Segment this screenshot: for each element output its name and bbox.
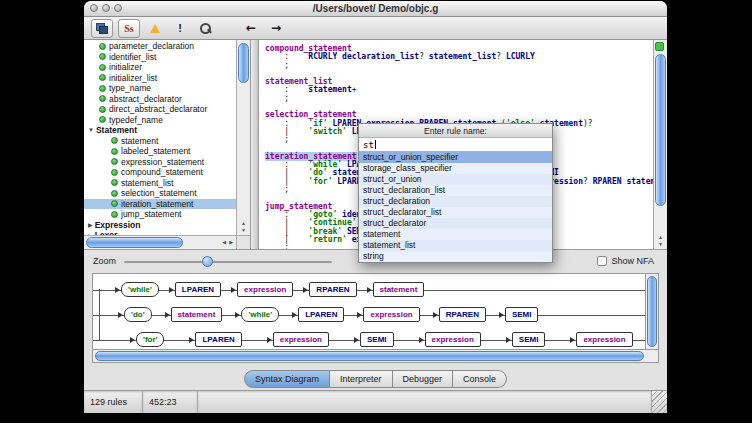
diagram-node[interactable]: RPAREN xyxy=(309,282,356,297)
arrow-connector-icon xyxy=(242,336,273,343)
scroll-thumb[interactable] xyxy=(86,237,183,248)
resize-grip-icon[interactable] xyxy=(652,391,667,413)
popup-list-item[interactable]: struct_or_union xyxy=(359,174,552,185)
popup-list-item[interactable]: struct_declaration xyxy=(359,196,552,207)
arrow-connector-icon xyxy=(394,336,425,343)
tree-item-label: initializer_list xyxy=(109,73,157,83)
popup-list-item[interactable]: storage_class_specifier xyxy=(359,163,552,174)
diagram-node[interactable]: expression xyxy=(363,307,419,322)
editor-vertical-scrollbar[interactable]: ▲ ▼ xyxy=(653,40,667,249)
popup-list-item[interactable]: string xyxy=(359,251,552,262)
diagram-node[interactable]: 'do' xyxy=(124,307,152,322)
zoom-slider[interactable] xyxy=(124,255,332,268)
tree-horizontal-scrollbar[interactable]: ◀ ▶ xyxy=(84,235,236,249)
tree-item-type_name[interactable]: type_name xyxy=(84,83,236,94)
slider-knob[interactable] xyxy=(202,256,213,267)
diagram-node[interactable]: SEMI xyxy=(505,307,539,322)
popup-list-item[interactable]: struct_or_union_specifier xyxy=(359,152,552,163)
popup-list-item[interactable]: struct_declarator xyxy=(359,218,552,229)
popup-list-item[interactable]: struct_declarator_list xyxy=(359,207,552,218)
tab-interpreter[interactable]: Interpreter xyxy=(330,370,393,388)
tree-item-label: initializer xyxy=(109,62,142,72)
back-button[interactable]: ← xyxy=(241,20,261,37)
diagram-horizontal-scrollbar[interactable] xyxy=(92,350,659,363)
rule-icon xyxy=(99,53,106,60)
popup-list-item[interactable]: statement xyxy=(359,229,552,240)
diagram-node[interactable]: statement xyxy=(171,307,223,322)
scroll-up-arrow-icon[interactable]: ▲ xyxy=(658,235,663,240)
diagram-node[interactable]: statement xyxy=(373,282,425,297)
console-view-button[interactable] xyxy=(91,19,113,38)
diagram-node[interactable]: LPAREN xyxy=(195,332,241,347)
diagram-node[interactable]: RPAREN xyxy=(439,307,486,322)
tree-item-initializer_list[interactable]: initializer_list xyxy=(84,73,236,84)
tree-item-statement[interactable]: statement xyxy=(84,136,236,147)
check-grammar-button[interactable] xyxy=(145,20,165,37)
diagram-node[interactable]: 'while' xyxy=(241,307,279,322)
minimize-button[interactable] xyxy=(102,4,110,12)
close-button[interactable] xyxy=(90,4,98,12)
triangle-closed-icon[interactable]: ▶ xyxy=(88,221,93,228)
diagram-vertical-scrollbar[interactable] xyxy=(646,273,659,350)
bottom-panel: Zoom Show NFA 'while'LPARENexpressionRPA… xyxy=(84,249,667,368)
tree-item-expression_statement[interactable]: expression_statement xyxy=(84,157,236,168)
tree-item-typedef_name[interactable]: typedef_name xyxy=(84,115,236,126)
panel-splitter[interactable] xyxy=(251,40,259,249)
tree-item-iteration_statement[interactable]: iteration_statement xyxy=(84,199,236,210)
diagram-node[interactable]: 'while' xyxy=(121,282,159,297)
tree-item-labeled_statement[interactable]: labeled_statement xyxy=(84,146,236,157)
debug-button[interactable]: ! xyxy=(170,20,190,37)
diagram-node[interactable]: expression xyxy=(576,332,632,347)
tree-item-abstract_declarator[interactable]: abstract_declarator xyxy=(84,94,236,105)
diagram-node[interactable]: 'for' xyxy=(136,332,164,347)
tree-item-initializer[interactable]: initializer xyxy=(84,62,236,73)
tree-item-compound_statement[interactable]: compound_statement xyxy=(84,167,236,178)
code-line: : statement+ xyxy=(265,86,653,94)
scroll-left-arrow-icon[interactable]: ◀ xyxy=(222,240,226,245)
scroll-thumb[interactable] xyxy=(238,43,249,83)
tree-item-label: compound_statement xyxy=(121,167,203,177)
tab-syntax-diagram[interactable]: Syntax Diagram xyxy=(244,370,330,388)
syntax-coloring-button[interactable]: Ss xyxy=(118,19,140,38)
tab-debugger[interactable]: Debugger xyxy=(393,370,454,388)
scroll-thumb[interactable] xyxy=(647,276,657,347)
show-nfa-checkbox[interactable] xyxy=(597,256,607,266)
tree-item-label: type_name xyxy=(109,83,151,93)
scroll-thumb[interactable] xyxy=(655,54,666,206)
rule-name-input[interactable]: st xyxy=(359,138,552,152)
title-bar[interactable]: /Users/bovet/ Demo/objc.g xyxy=(84,1,667,17)
tree-item-selection_statement[interactable]: selection_statement xyxy=(84,188,236,199)
scroll-thumb[interactable] xyxy=(95,351,644,361)
popup-list-item[interactable]: statement_list xyxy=(359,240,552,251)
diagram-node[interactable]: SEMI xyxy=(360,332,394,347)
diagram-node[interactable]: LPAREN xyxy=(298,307,344,322)
find-button[interactable] xyxy=(195,20,215,37)
tree-item-jump_statement[interactable]: jump_statement xyxy=(84,209,236,220)
tab-console[interactable]: Console xyxy=(453,370,507,388)
scroll-up-arrow-icon[interactable]: ▲ xyxy=(241,221,246,226)
diagram-node[interactable]: expression xyxy=(237,282,293,297)
tree-item-label: statement_list xyxy=(121,178,173,188)
rule-icon xyxy=(111,200,118,207)
diagram-node[interactable]: expression xyxy=(273,332,329,347)
diagram-node[interactable]: SEMI xyxy=(512,332,546,347)
popup-list-item[interactable]: struct_declaration_list xyxy=(359,185,552,196)
diagram-node[interactable]: expression xyxy=(425,332,481,347)
tree-item-Expression[interactable]: ▶Expression xyxy=(84,220,236,231)
scroll-down-arrow-icon[interactable]: ▼ xyxy=(658,242,663,247)
tree-item-label: abstract_declarator xyxy=(109,94,182,104)
diagram-node[interactable]: LPAREN xyxy=(175,282,221,297)
tree-item-direct_abstract_declarator[interactable]: direct_abstract_declarator xyxy=(84,104,236,115)
tree-item-Statement[interactable]: ▼Statement xyxy=(84,125,236,136)
tree-item-statement_list[interactable]: statement_list xyxy=(84,178,236,189)
tree-item-identifier_list[interactable]: identifier_list xyxy=(84,52,236,63)
triangle-open-icon[interactable]: ▼ xyxy=(88,127,94,133)
tree-vertical-scrollbar[interactable]: ▲ ▼ xyxy=(236,40,250,235)
arrow-connector-icon xyxy=(486,311,505,318)
scroll-down-arrow-icon[interactable]: ▼ xyxy=(241,228,246,233)
forward-button[interactable]: → xyxy=(266,20,286,37)
tree-item-parameter_declaration[interactable]: parameter_declaration xyxy=(84,41,236,52)
zoom-button[interactable] xyxy=(114,4,122,12)
scroll-right-arrow-icon[interactable]: ▶ xyxy=(229,240,233,245)
zoom-label: Zoom xyxy=(93,256,116,266)
